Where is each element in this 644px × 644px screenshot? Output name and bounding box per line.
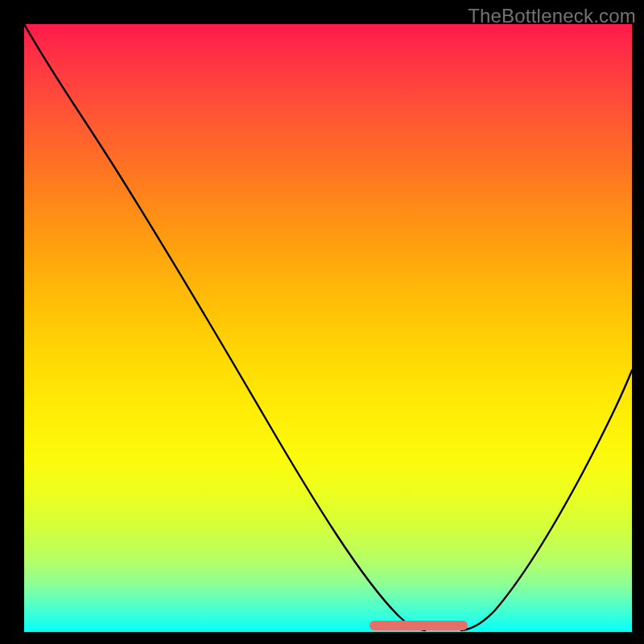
chart-curves [24, 24, 632, 632]
right-curve [461, 370, 632, 630]
bottleneck-marker [369, 621, 468, 630]
plot-area [24, 24, 632, 632]
left-curve [24, 24, 425, 630]
chart-container: TheBottleneck.com [0, 0, 644, 644]
